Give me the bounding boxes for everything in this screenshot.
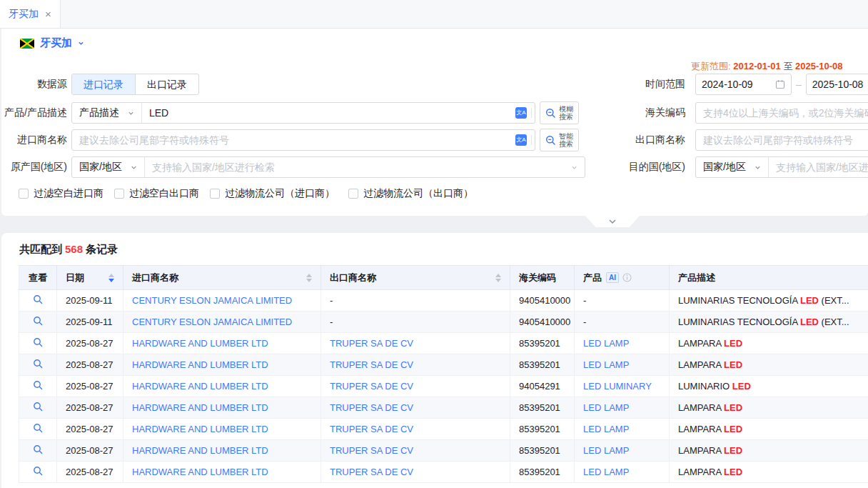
importer-link[interactable]: HARDWARE AND LUMBER LTD <box>132 424 268 434</box>
checkbox-icon[interactable] <box>348 189 358 199</box>
description-text: LAMPARA <box>678 445 724 456</box>
checkbox-icon[interactable] <box>19 189 29 199</box>
description-cell: LAMPARA LED <box>670 440 868 462</box>
exporter-link[interactable]: TRUPER SA DE CV <box>330 359 413 370</box>
view-record-button[interactable] <box>33 380 43 390</box>
product-link[interactable]: LED LUMINARY <box>583 381 652 392</box>
view-record-button[interactable] <box>33 316 43 326</box>
description-highlight: LED <box>724 445 742 456</box>
product-cell: LED LAMP <box>575 440 670 462</box>
start-date-input[interactable]: 2024-10-09 <box>695 74 792 95</box>
view-record-button[interactable] <box>33 402 43 412</box>
translate-icon[interactable]: 文A <box>515 107 527 119</box>
view-record-button[interactable] <box>33 444 43 454</box>
exporter-link[interactable]: TRUPER SA DE CV <box>330 424 413 434</box>
view-cell <box>19 440 57 462</box>
view-record-button[interactable] <box>33 466 43 476</box>
product-link[interactable]: LED LAMP <box>583 402 629 413</box>
smart-search-button[interactable]: 智能 搜索 <box>540 129 579 151</box>
checkbox-filter-blank-importer[interactable]: 过滤空白进口商 <box>19 187 104 200</box>
col-exporter: 出口商名称 <box>330 272 376 284</box>
info-icon[interactable] <box>622 273 632 282</box>
end-date-input[interactable]: 2025-10-08 <box>806 74 868 95</box>
product-cell: LED LUMINARY <box>575 376 670 397</box>
importer-link[interactable]: HARDWARE AND LUMBER LTD <box>132 338 268 349</box>
origin-label: 原产国(地区) <box>1 161 67 174</box>
hscode-cell: 85395201 <box>510 419 575 440</box>
fuzzy-line2: 搜索 <box>559 113 573 121</box>
checkbox-filter-logistics-exporter[interactable]: 过滤物流公司（出口商） <box>348 187 473 200</box>
exporter-cell: - <box>321 290 510 312</box>
description-highlight: LED <box>800 295 819 306</box>
exporter-link[interactable]: TRUPER SA DE CV <box>330 381 413 392</box>
importer-cell: HARDWARE AND LUMBER LTD <box>123 397 321 419</box>
translate-icon[interactable]: 文A <box>515 134 527 146</box>
close-icon[interactable]: × <box>45 9 51 19</box>
chevron-down-icon <box>78 40 84 46</box>
summary-prefix: 共匹配到 <box>19 243 62 255</box>
checkbox-filter-blank-exporter[interactable]: 过滤空白出口商 <box>114 187 199 200</box>
description-highlight: LED <box>800 317 819 327</box>
checkbox-icon[interactable] <box>114 189 124 199</box>
product-link[interactable]: LED LAMP <box>583 338 629 349</box>
exporter-link[interactable]: TRUPER SA DE CV <box>330 402 413 413</box>
exporter-link[interactable]: TRUPER SA DE CV <box>330 467 413 477</box>
product-link[interactable]: LED LAMP <box>583 445 629 456</box>
product-cell: - <box>575 312 670 333</box>
country-selector[interactable]: 牙买加 <box>20 36 84 50</box>
view-cell <box>19 354 57 376</box>
product-link[interactable]: LED LAMP <box>583 424 629 434</box>
zoom-search-icon <box>545 135 556 146</box>
origin-row: 原产国(地区) 国家/地区 <box>1 156 585 179</box>
importer-link[interactable]: CENTURY ESLON JAMAICA LIMITED <box>132 295 292 306</box>
view-cell <box>19 333 57 354</box>
hs-code-input[interactable] <box>696 103 868 123</box>
fuzzy-search-button[interactable]: 模糊 搜索 <box>540 101 579 124</box>
date-cell: 2025-08-27 <box>57 419 123 440</box>
sort-exporter-button[interactable] <box>490 274 501 282</box>
importer-link[interactable]: CENTURY ESLON JAMAICA LIMITED <box>132 317 292 327</box>
importer-link[interactable]: HARDWARE AND LUMBER LTD <box>132 445 268 456</box>
checkbox-filter-logistics-importer[interactable]: 过滤物流公司（进口商） <box>210 187 335 200</box>
tab-import-records[interactable]: 进口记录 <box>72 74 135 94</box>
time-range-label: 时间范围 <box>614 78 685 91</box>
view-record-button[interactable] <box>33 423 43 433</box>
collapse-panel-button[interactable] <box>585 216 640 227</box>
destination-country-select[interactable]: 国家/地区 <box>696 157 769 177</box>
divider <box>531 135 532 145</box>
tab-export-records[interactable]: 出口记录 <box>135 74 198 94</box>
exporter-input[interactable] <box>696 130 868 150</box>
product-input[interactable] <box>142 103 515 123</box>
view-record-button[interactable] <box>33 359 43 369</box>
importer-input[interactable] <box>72 130 515 150</box>
update-range-start: 2012-01-01 <box>733 61 781 71</box>
origin-search-input[interactable] <box>145 157 571 177</box>
view-record-button[interactable] <box>33 337 43 347</box>
view-record-button[interactable] <box>33 294 43 304</box>
checkbox-icon[interactable] <box>210 189 220 199</box>
importer-link[interactable]: HARDWARE AND LUMBER LTD <box>132 381 268 392</box>
tab-jamaica[interactable]: 牙买加 × <box>0 0 61 28</box>
destination-group: 国家/地区 <box>695 156 868 178</box>
product-field-select[interactable]: 产品描述 <box>72 103 142 123</box>
chevron-down-icon <box>128 110 134 116</box>
importer-link[interactable]: HARDWARE AND LUMBER LTD <box>132 402 268 413</box>
origin-country-select[interactable]: 国家/地区 <box>72 157 145 177</box>
importer-link[interactable]: HARDWARE AND LUMBER LTD <box>132 467 268 477</box>
table-row: 2025-08-27HARDWARE AND LUMBER LTDTRUPER … <box>19 354 868 376</box>
exporter-cell: TRUPER SA DE CV <box>321 462 510 483</box>
sort-date-button[interactable] <box>103 274 114 282</box>
checkbox-label: 过滤物流公司（进口商） <box>225 187 335 200</box>
product-link[interactable]: LED LAMP <box>583 359 629 370</box>
product-input-group: 产品描述 文A <box>71 102 535 124</box>
table-row: 2025-08-27HARDWARE AND LUMBER LTDTRUPER … <box>19 333 868 354</box>
exporter-link[interactable]: TRUPER SA DE CV <box>330 338 413 349</box>
sort-importer-button[interactable] <box>301 274 312 282</box>
destination-search-input[interactable] <box>769 157 868 177</box>
exporter-link[interactable]: TRUPER SA DE CV <box>330 445 413 456</box>
product-link[interactable]: LED LAMP <box>583 467 629 477</box>
importer-link[interactable]: HARDWARE AND LUMBER LTD <box>132 359 268 370</box>
description-text: LUMINARIAS TECNOLOGÍA <box>678 317 800 327</box>
chevron-down-icon <box>131 164 137 171</box>
time-range-row: 时间范围 2024-10-09 – 2025-10-08 <box>614 73 868 96</box>
